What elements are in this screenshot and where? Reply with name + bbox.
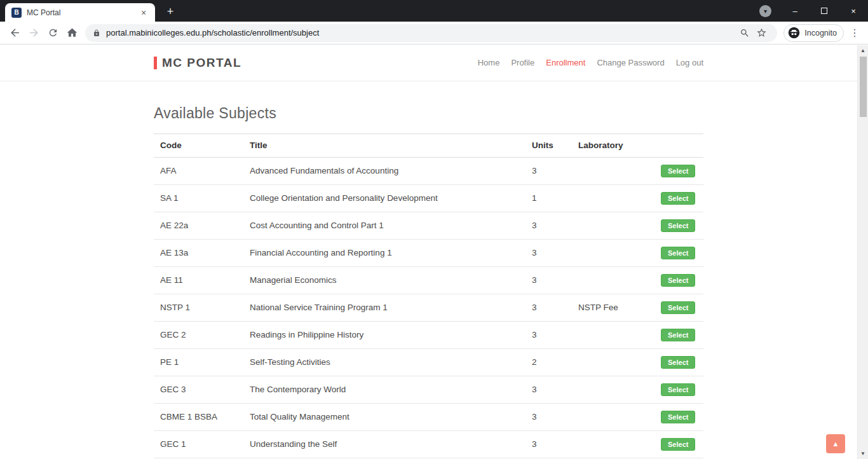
nav-change-password[interactable]: Change Password: [597, 58, 664, 67]
subject-code: AE 11: [154, 268, 243, 292]
select-button[interactable]: Select: [661, 219, 695, 232]
select-button[interactable]: Select: [661, 383, 695, 396]
incognito-badge[interactable]: Incognito: [783, 24, 844, 42]
select-button[interactable]: Select: [661, 192, 695, 205]
select-cell: Select: [654, 404, 703, 430]
page-title: Available Subjects: [154, 104, 703, 122]
minimize-button[interactable]: –: [780, 0, 810, 22]
nav-profile[interactable]: Profile: [511, 58, 534, 67]
close-button[interactable]: ×: [839, 0, 868, 22]
subject-code: GEC 1: [154, 432, 243, 456]
back-to-top-button[interactable]: ▲: [826, 434, 845, 453]
url-bar[interactable]: portal.mabinicolleges.edu.ph/scholastic/…: [85, 24, 777, 42]
subject-laboratory: [572, 355, 654, 369]
home-button[interactable]: [62, 24, 81, 43]
table-row: AE 11Managerial Economics3Select: [154, 267, 703, 294]
tab-favicon-icon: B: [11, 8, 22, 18]
select-button[interactable]: Select: [661, 274, 695, 287]
nav-log-out[interactable]: Log out: [676, 58, 703, 67]
select-cell: Select: [654, 267, 703, 294]
subject-title: Financial Accounting and Reporting 1: [243, 241, 526, 265]
subject-title: The Contemporary World: [243, 378, 526, 402]
subject-laboratory: [572, 410, 654, 424]
select-cell: Select: [654, 322, 703, 348]
browser-menu-button[interactable]: ⋮: [846, 27, 863, 39]
table-header-row: Code Title Units Laboratory: [154, 134, 703, 158]
page-scrollbar[interactable]: ▲ ▼: [857, 45, 868, 459]
subject-code: SA 1: [154, 186, 243, 210]
forward-button[interactable]: [24, 24, 43, 43]
subject-units: 3: [526, 159, 572, 183]
header-title: Title: [243, 134, 526, 157]
table-row: SA 1College Orientation and Personality …: [154, 185, 703, 212]
site-header: MC PORTAL Home Profile Enrollment Change…: [0, 45, 857, 81]
select-button[interactable]: Select: [661, 356, 695, 369]
subject-units: 3: [526, 432, 572, 456]
scrollbar-up-icon[interactable]: ▲: [858, 45, 868, 56]
select-cell: Select: [654, 185, 703, 212]
logo-bar-icon: [154, 57, 157, 69]
table-row: CBME 1 BSBATotal Quality Management3Sele…: [154, 404, 703, 431]
subject-code: CBME 1 BSBA: [154, 405, 243, 429]
subject-title: Self-Testing Activities: [243, 350, 526, 374]
back-icon: [9, 27, 21, 39]
star-icon: [756, 27, 767, 38]
select-button[interactable]: Select: [661, 329, 695, 341]
subject-title: Understanding the Self: [243, 432, 526, 456]
table-row: GEC 3The Contemporary World3Select: [154, 376, 703, 404]
select-cell: Select: [654, 349, 703, 376]
subject-units: 3: [526, 323, 572, 347]
subject-code: GEC 2: [154, 323, 243, 347]
bookmark-star-button[interactable]: [753, 25, 770, 41]
select-button[interactable]: Select: [661, 438, 695, 451]
header-units: Units: [526, 134, 572, 157]
header-select: [654, 134, 703, 157]
zoom-button[interactable]: [736, 25, 753, 41]
subject-code: PE 1: [154, 350, 243, 374]
select-button[interactable]: Select: [661, 411, 695, 423]
maximize-button[interactable]: [810, 0, 839, 22]
select-cell: Select: [654, 431, 703, 458]
select-button[interactable]: Select: [661, 165, 695, 177]
subject-title: National Service Training Program 1: [243, 296, 526, 320]
subject-laboratory: [572, 328, 654, 342]
subject-code: AE 13a: [154, 241, 243, 265]
browser-tab[interactable]: B MC Portal ×: [5, 3, 155, 22]
subject-laboratory: [572, 219, 654, 233]
tab-close-icon[interactable]: ×: [139, 8, 149, 18]
subject-code: AFA: [154, 159, 243, 183]
subject-title: Total Quality Management: [243, 405, 526, 429]
subject-code: NSTP 1: [154, 296, 243, 320]
subject-units: 3: [526, 296, 572, 320]
scrollbar-thumb[interactable]: [860, 57, 867, 117]
back-button[interactable]: [5, 24, 24, 43]
select-cell: Select: [654, 294, 703, 321]
subject-laboratory: [572, 437, 654, 451]
table-row: GEC 1Understanding the Self3Select: [154, 431, 703, 458]
subject-laboratory: [572, 191, 654, 205]
select-cell: Select: [654, 240, 703, 266]
site-logo[interactable]: MC PORTAL: [154, 56, 241, 70]
url-text[interactable]: portal.mabinicolleges.edu.ph/scholastic/…: [106, 28, 736, 38]
refresh-icon: [48, 27, 58, 38]
select-button[interactable]: Select: [661, 301, 695, 314]
table-row: AE 13aFinancial Accounting and Reporting…: [154, 240, 703, 267]
tab-title: MC Portal: [27, 8, 139, 17]
subjects-rows: AFAAdvanced Fundamentals of Accounting3S…: [154, 158, 703, 458]
select-button[interactable]: Select: [661, 247, 695, 259]
refresh-button[interactable]: [43, 24, 62, 43]
scrollbar-down-icon[interactable]: ▼: [858, 448, 868, 459]
subjects-table: Code Title Units Laboratory AFAAdvanced …: [154, 134, 703, 458]
forward-icon: [28, 27, 40, 39]
subject-laboratory: [572, 383, 654, 397]
subject-code: GEC 3: [154, 378, 243, 402]
browser-update-icon[interactable]: ▾: [759, 5, 771, 17]
home-icon: [66, 27, 78, 39]
nav-enrollment[interactable]: Enrollment: [546, 58, 585, 67]
incognito-label: Incognito: [804, 29, 837, 38]
select-cell: Select: [654, 376, 703, 403]
nav-home[interactable]: Home: [478, 58, 500, 67]
new-tab-button[interactable]: +: [163, 4, 178, 20]
subject-title: Managerial Economics: [243, 268, 526, 292]
table-row: NSTP 1National Service Training Program …: [154, 294, 703, 322]
